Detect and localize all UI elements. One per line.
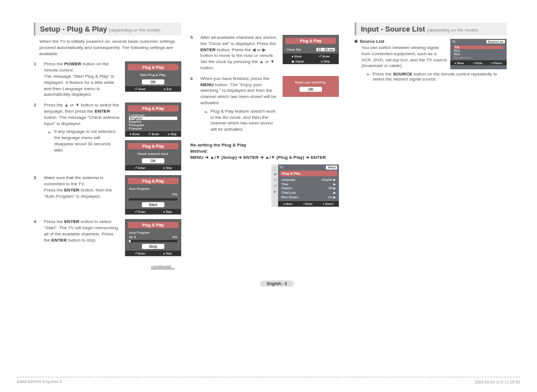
intro-text: When the TV is initially powered on, sev…	[39, 39, 181, 57]
step-4: 4 Press the ENTER button to select "Star…	[34, 219, 181, 256]
osd-autoprog: Plug & Play Auto Program 0% Start ⏎ Ente…	[125, 175, 181, 215]
osd-source-list: TVSource List TV AV1 AV2 Component ♦ Mov…	[450, 39, 507, 69]
osd-antenna: Plug & Play Check antenna input. OK ⏎ En…	[125, 140, 181, 171]
input-header: Input - Source List (depending on the mo…	[355, 23, 507, 35]
step-5: 5 After all available channels are store…	[190, 35, 339, 72]
osd-start: Plug & Play Start Plug & Play. OK ⏎ Ente…	[125, 61, 181, 92]
osd-setup-menu: ▢◉⊞◔◐ TVSetup Plug & Play Language: Engl…	[271, 164, 339, 207]
step-6: 6 When you have finished, press the MENU…	[190, 76, 339, 133]
osd-clock: Plug & Play Clock Set 12 : 00 am ♦ Move⏎…	[283, 35, 339, 64]
step-2: 2 Press the ▲ or ▼ button to select the …	[34, 103, 181, 171]
setup-header: Setup - Plug & Play (depending on the mo…	[34, 23, 181, 35]
reset-block: Re-setting the Plug & Play Method: MENU …	[190, 142, 339, 207]
step-1: 1 Press the POWER button on the remote c…	[34, 61, 181, 98]
continued-label: continued...	[34, 264, 174, 269]
osd-enjoy: Enjoy your watching. OK	[283, 76, 339, 97]
footer-right: 2009-03-04 오전 11:05:55	[475, 380, 520, 385]
source-sub: ➣ Press the SOURCE button on the remote …	[363, 72, 507, 82]
manual-page: Setup - Plug & Play (depending on the mo…	[0, 0, 537, 392]
input-title: Input - Source List	[361, 25, 425, 33]
source-list-block: Source List You can switch between viewi…	[355, 39, 507, 69]
input-subtitle: (depending on the model)	[427, 28, 478, 33]
diamond-icon	[354, 39, 358, 43]
osd-autoprog-running: Plug & Play Auto Program Air 33% Stop ⏎ …	[125, 219, 181, 256]
footer-left: AA68-03992K-Eng.indd 3	[17, 380, 61, 385]
setup-subtitle: (depending on the model)	[109, 28, 160, 33]
step-3: 3 Make sure that the antenna is connecte…	[34, 175, 181, 215]
print-footer: AA68-03992K-Eng.indd 3 2009-03-04 오전 11:…	[17, 377, 520, 385]
page-number: English - 3	[260, 280, 294, 287]
osd-language: Plug & Play Language English Español Por…	[125, 103, 181, 137]
setup-title: Setup - Plug & Play	[40, 25, 107, 33]
